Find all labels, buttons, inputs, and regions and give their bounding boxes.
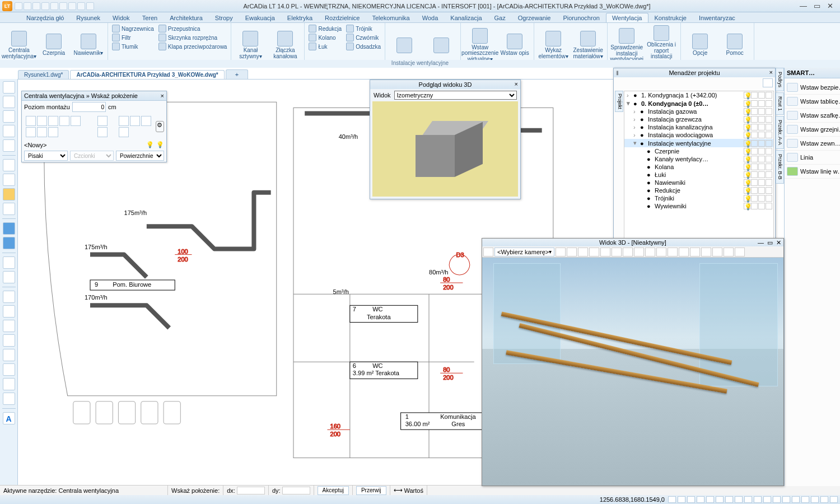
smart-item[interactable]: Wstaw szafkę… <box>785 109 840 123</box>
lightbulb-icon[interactable]: 💡 <box>146 141 154 148</box>
tree-row[interactable]: ▾●0. Kondygnacja 0 (±0…💡 <box>624 99 773 108</box>
view3d-btn[interactable] <box>735 248 745 256</box>
option-btn[interactable] <box>130 116 140 126</box>
ribbon-button[interactable]: Skrzynka rozprężna <box>157 33 229 42</box>
close-icon[interactable]: × <box>769 69 773 76</box>
ref-point-btn[interactable] <box>26 127 36 137</box>
ribbon-tab[interactable]: Ogrzewanie <box>512 13 557 22</box>
qat-btn[interactable] <box>50 2 58 10</box>
tree-row[interactable]: ●Kolana💡 <box>624 163 773 171</box>
option-btn[interactable] <box>141 116 151 126</box>
ribbon-tab[interactable]: Elektryka <box>281 13 319 22</box>
ref-point-btn[interactable] <box>48 116 58 126</box>
zoom-btn[interactable] <box>3 271 15 283</box>
status-toggle[interactable] <box>820 496 828 503</box>
ribbon-tab[interactable]: Inwentaryzac <box>693 13 741 22</box>
tool-btn[interactable] <box>3 203 15 215</box>
panel-handle[interactable]: ⦀ <box>616 69 619 77</box>
ribbon-button[interactable]: Przepustnica <box>157 24 229 33</box>
view3d-btn[interactable] <box>589 248 599 256</box>
ribbon-tab[interactable]: Kanalizacja <box>444 13 488 22</box>
new-tab-button[interactable]: + <box>226 69 248 79</box>
project-tree[interactable]: ›●1. Kondygnacja 1 (+342.00)💡▾●0. Kondyg… <box>624 91 774 245</box>
tree-row[interactable]: ●Wywiewniki💡 <box>624 202 773 210</box>
view3d-btn[interactable] <box>612 248 622 256</box>
smart-item[interactable]: Wstaw grzejni… <box>785 123 840 137</box>
ribbon-tab[interactable]: Wentylacja <box>606 13 648 22</box>
tree-row[interactable]: ›●Instalacja grzewcza💡 <box>624 115 773 123</box>
status-toggle[interactable] <box>782 496 790 503</box>
filter-btn[interactable] <box>763 78 773 87</box>
close-icon[interactable]: × <box>515 81 518 87</box>
cancel-button[interactable]: Przerwij <box>356 486 386 495</box>
tree-row[interactable]: ●Czerpnie💡 <box>624 147 773 155</box>
close-button[interactable]: ✕ <box>827 2 833 10</box>
status-toggle[interactable] <box>716 496 724 503</box>
ref-point-btn[interactable] <box>59 116 69 126</box>
option-btn[interactable] <box>97 116 108 126</box>
text-tool[interactable]: A <box>3 412 15 424</box>
tool-btn[interactable] <box>3 305 15 318</box>
view3d-btn[interactable] <box>656 248 666 256</box>
ribbon-tab[interactable]: Telekomunika <box>366 13 416 22</box>
dy-input[interactable] <box>282 487 310 494</box>
status-toggle[interactable] <box>725 496 733 503</box>
maximize-button[interactable]: ▭ <box>814 2 820 10</box>
qat-btn[interactable] <box>41 2 49 10</box>
camera-icon[interactable] <box>483 248 493 256</box>
tool-btn[interactable] <box>3 188 15 200</box>
side-tab[interactable]: Rzut 1 <box>776 92 784 115</box>
ribbon-button[interactable]: Tłumik <box>110 42 156 51</box>
ribbon-tab[interactable]: Woda <box>416 13 445 22</box>
document-tab[interactable]: ArCADia-ARCHITEKTURA Przykład 3_WoKOWe.d… <box>70 70 224 79</box>
tool-btn[interactable] <box>3 349 15 361</box>
tool-btn[interactable] <box>3 125 15 137</box>
qat-btn[interactable] <box>86 2 94 10</box>
tool-btn[interactable] <box>3 378 15 390</box>
tree-row[interactable]: ▾●Instalacje wentylacyjne💡 <box>624 139 773 147</box>
status-toggle[interactable] <box>668 496 676 503</box>
status-toggle[interactable] <box>830 496 838 503</box>
ribbon-button[interactable]: Kolano <box>307 33 343 42</box>
ref-point-btn[interactable] <box>26 116 36 126</box>
undo-btn[interactable] <box>3 222 15 235</box>
ribbon-tab[interactable]: Architektura <box>164 13 209 22</box>
view3d-btn[interactable] <box>578 248 588 256</box>
view3d-btn[interactable] <box>567 248 577 256</box>
qat-btn[interactable] <box>68 2 76 10</box>
document-tab[interactable]: Rysunek1.dwg* <box>18 70 69 79</box>
ribbon-button[interactable]: Klapa przeciwpożarowa <box>157 42 229 51</box>
tree-row[interactable]: ›●1. Kondygnacja 1 (+342.00)💡 <box>624 91 773 99</box>
pisaki-select[interactable]: Pisaki <box>24 151 68 161</box>
minimize-button[interactable]: — <box>800 2 807 10</box>
maximize-icon[interactable]: ▭ <box>767 239 773 246</box>
manager-tab-project[interactable]: Projekt <box>615 91 623 112</box>
side-tab[interactable]: Przekr. A-A <box>776 116 784 149</box>
view3d-btn[interactable] <box>645 248 655 256</box>
powierzchnie-select[interactable]: Powierzchnie <box>116 151 164 161</box>
tool-btn[interactable] <box>3 139 15 152</box>
qat-btn[interactable] <box>59 2 67 10</box>
tool-btn[interactable] <box>3 110 15 123</box>
smart-item[interactable]: Wstaw bezpie… <box>785 81 840 95</box>
ribbon-button[interactable]: Filtr <box>110 33 156 42</box>
status-toggle[interactable] <box>811 496 819 503</box>
status-toggle[interactable] <box>744 496 752 503</box>
smart-item[interactable]: Wstaw linię w… <box>785 165 840 179</box>
option-btn[interactable] <box>97 127 108 137</box>
side-tab[interactable]: Podrys <box>776 68 784 91</box>
ribbon-tab[interactable]: Rysunek <box>70 13 106 22</box>
status-toggle[interactable] <box>697 496 704 503</box>
ref-point-btn[interactable] <box>37 127 47 137</box>
view3d-btn[interactable] <box>724 248 734 256</box>
zoom-btn[interactable] <box>3 256 15 269</box>
ref-point-btn[interactable] <box>71 116 81 126</box>
status-toggle[interactable] <box>763 496 771 503</box>
tool-btn[interactable] <box>3 81 15 94</box>
accept-button[interactable]: Akceptuj <box>318 486 349 495</box>
view3d-btn[interactable] <box>701 248 711 256</box>
dx-input[interactable] <box>237 487 265 494</box>
tool-btn[interactable] <box>3 334 15 347</box>
tree-row[interactable]: ›●Instalacja gazowa💡 <box>624 108 773 115</box>
tool-btn[interactable] <box>3 320 15 332</box>
